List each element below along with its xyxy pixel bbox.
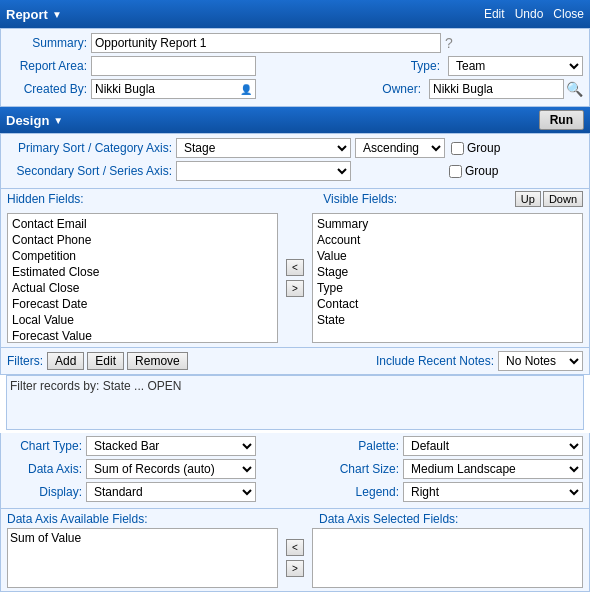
move-right-button[interactable]: < xyxy=(286,259,304,276)
visible-field-item[interactable]: Value xyxy=(315,248,580,264)
summary-label: Summary: xyxy=(7,36,87,50)
primary-sort-select[interactable]: Stage xyxy=(176,138,351,158)
data-axis-available-list[interactable]: Sum of Value xyxy=(7,528,278,588)
data-axis-available-item[interactable]: Sum of Value xyxy=(10,531,275,545)
created-by-value: Nikki Bugla xyxy=(95,82,240,96)
hidden-fields-label: Hidden Fields: xyxy=(7,192,84,206)
run-button[interactable]: Run xyxy=(539,110,584,130)
data-axis-select[interactable]: Sum of Records (auto) xyxy=(86,459,256,479)
secondary-group-checkbox[interactable] xyxy=(449,165,462,178)
secondary-sort-label: Secondary Sort / Series Axis: xyxy=(7,164,172,178)
created-by-icon: 👤 xyxy=(240,84,252,95)
visible-field-item[interactable]: Summary xyxy=(315,216,580,232)
owner-input[interactable] xyxy=(429,79,564,99)
secondary-group-label: Group xyxy=(465,164,498,178)
visible-fields-col: SummaryAccountValueStageTypeContactState xyxy=(312,213,583,343)
secondary-sort-select[interactable] xyxy=(176,161,351,181)
visible-field-item[interactable]: Contact xyxy=(315,296,580,312)
hidden-field-item[interactable]: Competition xyxy=(10,248,275,264)
recent-notes: Include Recent Notes: No Notes xyxy=(376,351,583,371)
data-axis-selected-list[interactable] xyxy=(312,528,583,588)
chart-type-row: Chart Type: Stacked Bar Palette: Default xyxy=(7,436,583,456)
edit-button[interactable]: Edit xyxy=(484,7,505,21)
remove-filter-button[interactable]: Remove xyxy=(127,352,188,370)
report-area-input[interactable] xyxy=(91,56,256,76)
hidden-field-item[interactable]: Actual Close xyxy=(10,280,275,296)
filters-row: Filters: Add Edit Remove Include Recent … xyxy=(0,348,590,375)
data-axis-headers: Data Axis Available Fields: Data Axis Se… xyxy=(7,512,583,528)
legend-label: Legend: xyxy=(356,485,399,499)
help-icon: ? xyxy=(445,35,453,51)
notes-select[interactable]: No Notes xyxy=(498,351,583,371)
updown-buttons: Up Down xyxy=(515,191,583,207)
primary-sort-row: Primary Sort / Category Axis: Stage Asce… xyxy=(7,138,583,158)
visible-field-item[interactable]: Stage xyxy=(315,264,580,280)
data-axis-row: Data Axis: Sum of Records (auto) Chart S… xyxy=(7,459,583,479)
ascending-select[interactable]: Ascending xyxy=(355,138,445,158)
chart-section: Chart Type: Stacked Bar Palette: Default… xyxy=(0,433,590,509)
hidden-field-item[interactable]: Forecast Value xyxy=(10,328,275,343)
design-section-bar: Design ▼ Run xyxy=(0,107,590,133)
primary-group-checkbox[interactable] xyxy=(451,142,464,155)
primary-group-check: Group xyxy=(451,141,500,155)
fields-container: Contact EmailContact PhoneCompetitionEst… xyxy=(0,209,590,348)
display-label: Display: xyxy=(7,485,82,499)
primary-group-label: Group xyxy=(467,141,500,155)
data-axis-selected-label: Data Axis Selected Fields: xyxy=(319,512,583,528)
chart-size-label: Chart Size: xyxy=(340,462,399,476)
hidden-fields-list[interactable]: Contact EmailContact PhoneCompetitionEst… xyxy=(7,213,278,343)
hidden-field-item[interactable]: Contact Email xyxy=(10,216,275,232)
report-area-label: Report Area: xyxy=(7,59,87,73)
type-label: Type: xyxy=(411,59,440,73)
owner-search-icon[interactable]: 🔍 xyxy=(566,81,583,97)
display-select[interactable]: Standard xyxy=(86,482,256,502)
edit-filter-button[interactable]: Edit xyxy=(87,352,124,370)
visible-field-item[interactable]: State xyxy=(315,312,580,328)
filters-label: Filters: xyxy=(7,354,43,368)
summary-input[interactable] xyxy=(91,33,441,53)
summary-row: Summary: ? xyxy=(7,33,583,53)
visible-fields-list[interactable]: SummaryAccountValueStageTypeContactState xyxy=(312,213,583,343)
visible-field-item[interactable]: Account xyxy=(315,232,580,248)
visible-field-item[interactable]: Type xyxy=(315,280,580,296)
design-dropdown-icon[interactable]: ▼ xyxy=(53,115,63,126)
chart-type-select[interactable]: Stacked Bar xyxy=(86,436,256,456)
owner-label: Owner: xyxy=(382,82,421,96)
report-form: Summary: ? Report Area: Type: Team Creat… xyxy=(0,28,590,107)
filter-buttons: Add Edit Remove xyxy=(47,352,188,370)
transfer-buttons: < > xyxy=(282,213,308,343)
legend-col: Legend: Right xyxy=(350,482,583,502)
palette-col: Palette: Default xyxy=(352,436,583,456)
data-move-left-button[interactable]: > xyxy=(286,560,304,577)
fields-headers: Hidden Fields: Visible Fields: Up Down xyxy=(0,189,590,209)
chart-size-col: Chart Size: Medium Landscape xyxy=(334,459,583,479)
secondary-group-check: Group xyxy=(449,164,498,178)
type-select[interactable]: Team xyxy=(448,56,583,76)
hidden-field-item[interactable]: Forecast Date xyxy=(10,296,275,312)
report-dropdown-icon[interactable]: ▼ xyxy=(52,9,62,20)
hidden-field-item[interactable]: Estimated Close xyxy=(10,264,275,280)
close-button[interactable]: Close xyxy=(553,7,584,21)
undo-button[interactable]: Undo xyxy=(515,7,544,21)
filter-text: Filter records by: State ... OPEN xyxy=(10,379,181,393)
legend-select[interactable]: Right xyxy=(403,482,583,502)
filter-text-box: Filter records by: State ... OPEN xyxy=(6,375,584,430)
add-filter-button[interactable]: Add xyxy=(47,352,84,370)
header-actions: Edit Undo Close xyxy=(484,7,584,21)
secondary-sort-row: Secondary Sort / Series Axis: Group xyxy=(7,161,583,181)
data-move-right-button[interactable]: < xyxy=(286,539,304,556)
palette-select[interactable]: Default xyxy=(403,436,583,456)
sort-section: Primary Sort / Category Axis: Stage Asce… xyxy=(0,133,590,189)
hidden-field-item[interactable]: Local Value xyxy=(10,312,275,328)
design-title: Design xyxy=(6,113,49,128)
hidden-fields-col: Contact EmailContact PhoneCompetitionEst… xyxy=(7,213,278,343)
down-button[interactable]: Down xyxy=(543,191,583,207)
up-button[interactable]: Up xyxy=(515,191,541,207)
report-title: Report xyxy=(6,7,48,22)
palette-label: Palette: xyxy=(358,439,399,453)
recent-notes-label: Include Recent Notes: xyxy=(376,354,494,368)
chart-size-select[interactable]: Medium Landscape xyxy=(403,459,583,479)
created-owner-row: Created By: Nikki Bugla 👤 Owner: 🔍 xyxy=(7,79,583,99)
hidden-field-item[interactable]: Contact Phone xyxy=(10,232,275,248)
move-left-button[interactable]: > xyxy=(286,280,304,297)
